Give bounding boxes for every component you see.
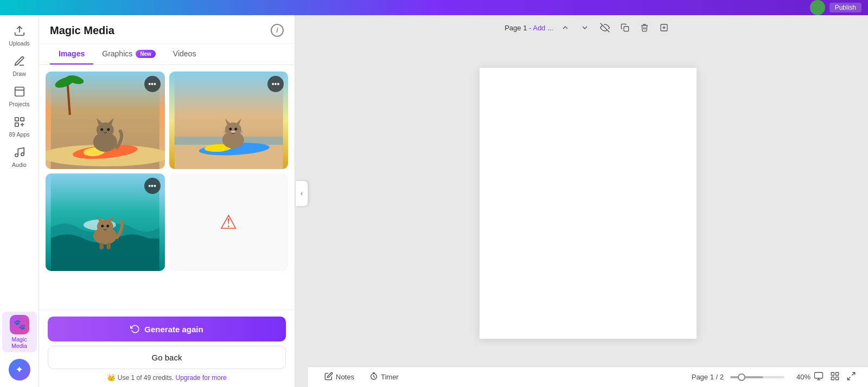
chevron-left-icon: ‹	[301, 190, 303, 197]
image-menu-3[interactable]: •••	[144, 178, 161, 194]
svg-point-31	[231, 131, 235, 133]
eye-off-icon	[600, 23, 610, 33]
image-menu-2[interactable]: •••	[267, 76, 284, 92]
notes-button[interactable]: Notes	[317, 372, 362, 382]
add-page-button[interactable]	[656, 21, 672, 34]
image-item-1[interactable]: •••	[46, 72, 165, 169]
page-up-button[interactable]	[558, 21, 573, 34]
topbar: Publish	[0, 0, 868, 15]
page-add-link[interactable]: - Add ...	[529, 24, 553, 32]
panel-tabs: Images Graphics New Videos	[39, 44, 295, 65]
regenerate-icon	[130, 324, 140, 334]
magic-media-icon: 🐾	[10, 315, 29, 334]
tab-graphics[interactable]: Graphics New	[93, 44, 164, 64]
sidebar-item-audio[interactable]: Audio	[2, 143, 37, 171]
timer-button[interactable]: Timer	[362, 372, 406, 382]
image-error: ⚠	[169, 173, 289, 271]
delete-page-button[interactable]	[637, 21, 652, 34]
topbar-right: Publish	[810, 0, 861, 15]
assistant-icon: ✦	[15, 364, 23, 376]
graphics-new-badge: New	[136, 50, 156, 58]
image-grid: •••	[46, 72, 288, 271]
svg-point-6	[21, 153, 24, 156]
svg-rect-45	[107, 243, 111, 249]
zoom-slider[interactable]	[730, 376, 784, 378]
svg-rect-58	[836, 377, 839, 379]
sidebar-uploads-label: Uploads	[9, 40, 30, 47]
svg-rect-44	[100, 243, 104, 249]
fullscreen-icon	[846, 371, 856, 381]
visibility-button[interactable]	[597, 21, 613, 35]
plus-box-icon	[660, 23, 668, 32]
panel-title: Magic Media	[50, 24, 114, 37]
projects-icon	[14, 86, 25, 99]
icon-sidebar: Uploads Draw Projects 8	[0, 15, 39, 387]
image-item-3[interactable]: •••	[46, 173, 165, 271]
sidebar-draw-label: Draw	[12, 70, 26, 77]
sidebar-item-projects[interactable]: Projects	[2, 82, 37, 111]
fullscreen-button[interactable]	[843, 371, 859, 383]
draw-icon	[14, 55, 25, 69]
credits-line: 👑 Use 1 of 49 credits. Upgrade for more	[48, 373, 286, 382]
svg-rect-56	[836, 372, 839, 375]
svg-rect-52	[815, 372, 823, 378]
audio-icon	[14, 146, 25, 160]
crown-icon: 👑	[107, 373, 116, 382]
apps-icon	[14, 116, 25, 130]
sidebar-item-magic-media[interactable]: 🐾 Magic Media	[2, 312, 37, 352]
image-item-2[interactable]: •••	[169, 72, 289, 169]
timer-icon	[369, 372, 378, 382]
canvas-page[interactable]	[480, 68, 697, 339]
sidebar-projects-label: Projects	[9, 101, 30, 107]
svg-point-30	[234, 128, 237, 131]
svg-rect-3	[20, 118, 23, 121]
page-info: Page 1 / 2	[692, 373, 724, 381]
info-icon[interactable]: i	[271, 24, 284, 37]
page-down-button[interactable]	[577, 21, 592, 34]
panel-footer: Generate again Go back 👑 Use 1 of 49 cre…	[39, 309, 295, 387]
svg-line-59	[852, 372, 855, 375]
sidebar-item-draw[interactable]: Draw	[2, 52, 37, 80]
sidebar-magic-label: Magic Media	[4, 336, 35, 349]
zoom-control	[724, 376, 791, 378]
chevron-up-icon	[561, 23, 570, 32]
copy-page-button[interactable]	[617, 21, 633, 34]
svg-point-42	[101, 225, 104, 228]
upgrade-link[interactable]: Upgrade for more	[176, 374, 227, 382]
svg-rect-57	[831, 377, 834, 379]
generate-again-button[interactable]: Generate again	[48, 317, 286, 341]
desktop-icon	[814, 371, 824, 381]
notes-icon	[324, 372, 333, 382]
panel-header: Magic Media i	[39, 15, 295, 44]
go-back-button[interactable]: Go back	[48, 346, 286, 369]
canva-assistant-button[interactable]: ✦	[9, 359, 30, 380]
canvas-area: Page 1 - Add ...	[308, 15, 868, 387]
page-toolbar: Page 1 - Add ...	[308, 15, 868, 40]
page-label: Page 1 - Add ...	[505, 24, 553, 32]
panel: Magic Media i Images Graphics New Videos	[39, 15, 295, 387]
svg-line-60	[847, 377, 850, 379]
upload-icon	[14, 25, 25, 38]
sidebar-audio-label: Audio	[12, 162, 27, 168]
sidebar-item-uploads[interactable]: Uploads	[2, 22, 37, 50]
image-item-4[interactable]: ⚠	[169, 173, 289, 271]
avatar[interactable]	[810, 0, 825, 15]
svg-point-5	[15, 154, 18, 157]
bottom-bar: Notes Timer Page 1 / 2 40%	[308, 366, 868, 387]
canvas-wrapper[interactable]	[308, 40, 868, 366]
svg-point-12	[97, 122, 114, 138]
panel-collapse-button[interactable]: ‹	[295, 180, 308, 207]
sidebar-item-apps[interactable]: 89 Apps	[2, 113, 37, 141]
tab-videos[interactable]: Videos	[164, 44, 205, 64]
svg-rect-2	[15, 118, 18, 121]
svg-rect-47	[624, 27, 629, 31]
image-menu-1[interactable]: •••	[144, 76, 161, 92]
svg-point-16	[107, 128, 110, 131]
desktop-view-button[interactable]	[810, 371, 827, 383]
zoom-percent: 40%	[791, 373, 810, 381]
chevron-down-icon	[580, 23, 589, 32]
tab-images[interactable]: Images	[50, 44, 93, 64]
publish-button[interactable]: Publish	[829, 3, 861, 12]
grid-view-button[interactable]	[827, 371, 843, 383]
svg-point-15	[100, 128, 103, 131]
